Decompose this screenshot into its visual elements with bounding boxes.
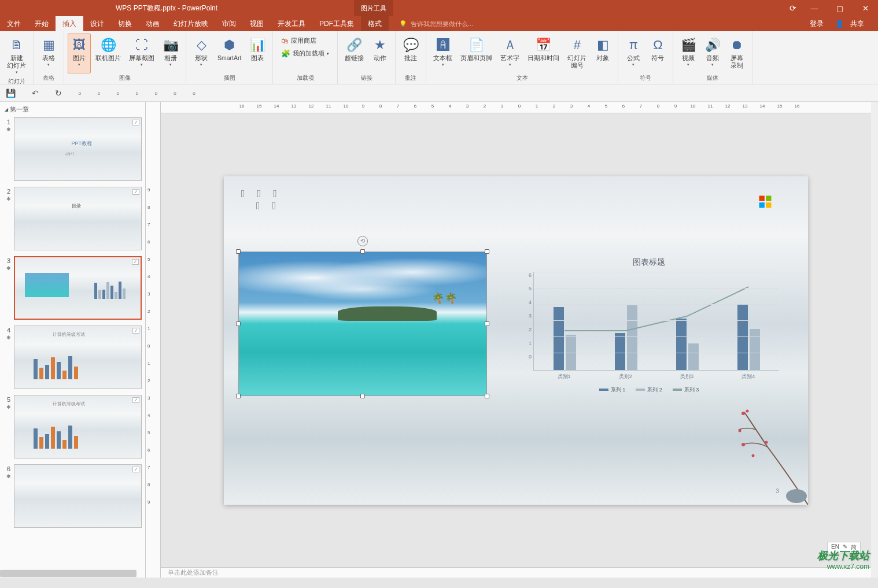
inserted-image[interactable]: 🌴🌴 ⟲ (238, 252, 487, 396)
group-label: 插图 (224, 73, 235, 83)
qat-icon-2[interactable]: ▫ (97, 88, 100, 98)
slide-number-button[interactable]: #幻灯片编号 (564, 34, 590, 73)
section-header[interactable]: ◢ 第一章 (0, 102, 145, 117)
rotate-handle[interactable]: ⟲ (357, 236, 368, 246)
video-button[interactable]: 🎬视频▾ (677, 34, 700, 73)
symbol-icon: Ω (650, 37, 666, 53)
quick-access-toolbar: 💾 ↶ ↻ ▫ ▫ ▫ ▫ ▫ ▫ ▫ (0, 84, 878, 102)
document-title: WPS PPT教程.pptx - PowerPoint (116, 3, 217, 13)
group-label: 媒体 (707, 73, 718, 83)
share-button[interactable]: 👤 共享 (831, 19, 873, 29)
date-time-button[interactable]: 📅日期和时间 (524, 34, 563, 73)
smartart-button[interactable]: ⬢SmartArt (214, 34, 245, 73)
thumb-collapse-icon[interactable]: ⤢ (132, 328, 139, 334)
picture-button[interactable]: 🖼图片▾ (68, 34, 91, 73)
vertical-scrollbar[interactable] (871, 102, 878, 578)
my-addins-button[interactable]: 🧩我的加载项 ▾ (278, 47, 333, 60)
tab-幻灯片放映[interactable]: 幻灯片放映 (167, 16, 215, 31)
resize-handle-tl[interactable] (236, 249, 241, 254)
qat-icon-7[interactable]: ▫ (193, 88, 195, 98)
slide-thumbnail-1[interactable]: ⤢PPT教程-PPT (14, 117, 142, 181)
qat-icon-1[interactable]: ▫ (78, 88, 81, 98)
group-label: 符号 (640, 73, 651, 83)
object-button[interactable]: ◧对象 (591, 34, 614, 73)
slide-thumbnail-2[interactable]: ⤢目录 (14, 187, 142, 250)
wordart-button[interactable]: Ａ艺术字▾ (497, 34, 523, 73)
audio-button[interactable]: 🔊音频▾ (701, 34, 724, 73)
equation-button[interactable]: π公式▾ (622, 34, 645, 73)
online-picture-button[interactable]: 🌐联机图片 (92, 34, 124, 73)
workspace: ◢ 第一章 1✱⤢PPT教程-PPT2✱⤢目录3✱⤢4✱⤢计算机等级考试5✱⤢计… (0, 102, 878, 578)
screen-record-button[interactable]: ⏺屏幕录制 (725, 34, 748, 73)
chart-object[interactable]: 图表标题 0123456 类别1类别2类别3类别4 系列 1系列 2系列 3 (519, 257, 779, 402)
hyperlink-button[interactable]: 🔗超链接 (341, 34, 367, 73)
store-button[interactable]: 🛍应用商店 (278, 35, 333, 47)
symbol-button[interactable]: Ω符号 (646, 34, 669, 73)
resize-handle-br[interactable] (485, 394, 489, 398)
qat-icon-6[interactable]: ▫ (174, 88, 176, 98)
thumb-scrollbar[interactable] (0, 569, 137, 578)
close-button[interactable]: ✕ (853, 0, 878, 16)
svg-point-2 (739, 429, 741, 432)
resize-handle-bm[interactable] (360, 394, 365, 398)
header-footer-icon: 📄 (468, 37, 485, 53)
tab-文件[interactable]: 文件 (0, 16, 28, 31)
resize-handle-tm[interactable] (360, 249, 365, 254)
tab-动画[interactable]: 动画 (139, 16, 167, 31)
shapes-button[interactable]: ◇形状▾ (190, 34, 213, 73)
title-bar: WPS PPT教程.pptx - PowerPoint 图片工具 ⟳ — ▢ ✕ (0, 0, 878, 16)
autosave-icon[interactable]: ⟳ (784, 0, 802, 16)
thumb-collapse-icon[interactable]: ⤢ (132, 189, 139, 195)
tab-开始[interactable]: 开始 (28, 16, 56, 31)
login-button[interactable]: 登录 (805, 19, 828, 29)
resize-handle-tr[interactable] (485, 249, 489, 254)
header-footer-button[interactable]: 📄页眉和页脚 (457, 34, 496, 73)
ime-status[interactable]: EN✎简 (827, 542, 861, 553)
svg-point-3 (741, 443, 745, 446)
screenshot-button[interactable]: ⛶屏幕截图▾ (126, 34, 158, 73)
minimize-button[interactable]: — (802, 0, 827, 16)
svg-point-0 (741, 412, 745, 415)
redo-icon[interactable]: ↻ (55, 88, 62, 98)
tab-format[interactable]: 格式 (361, 16, 389, 31)
slide-canvas[interactable]: 𓅮 𓅯 𓅰 𓅮 𓅯 🌴🌴 ⟲ (224, 176, 808, 505)
tab-开发工具[interactable]: 开发工具 (271, 16, 312, 31)
thumb-collapse-icon[interactable]: ⤢ (132, 259, 139, 265)
undo-icon[interactable]: ↶ (32, 88, 39, 98)
slide-thumbnail-6[interactable]: ⤢ (14, 464, 142, 528)
tab-审阅[interactable]: 审阅 (215, 16, 243, 31)
contextual-tab-label: 图片工具 (354, 0, 393, 16)
textbox-button[interactable]: 🅰文本框▾ (430, 34, 456, 73)
tab-插入[interactable]: 插入 (56, 16, 83, 31)
thumb-collapse-icon[interactable]: ⤢ (132, 467, 139, 472)
slide-thumbnail-5[interactable]: ⤢计算机等级考试 (14, 395, 142, 458)
table-button[interactable]: ▦表格▾ (37, 34, 60, 73)
action-button[interactable]: ★动作 (368, 34, 392, 73)
notes-pane[interactable]: 单击此处添加备注 (161, 567, 871, 578)
tab-视图[interactable]: 视图 (243, 16, 271, 31)
save-icon[interactable]: 💾 (6, 88, 16, 98)
group-label: 链接 (361, 73, 372, 83)
canvas-area[interactable]: 𓅮 𓅯 𓅰 𓅮 𓅯 🌴🌴 ⟲ (161, 113, 871, 567)
qat-icon-4[interactable]: ▫ (135, 88, 138, 98)
group-label: 表格 (43, 73, 54, 83)
resize-handle-ml[interactable] (236, 321, 241, 326)
qat-icon-5[interactable]: ▫ (154, 88, 157, 98)
tell-me-search[interactable]: 💡 告诉我您想要做什么... (399, 16, 473, 31)
resize-handle-mr[interactable] (485, 321, 489, 326)
chart-button[interactable]: 📊图表 (246, 34, 269, 73)
store-icon: 🛍 (281, 36, 289, 45)
maximize-button[interactable]: ▢ (827, 0, 853, 16)
new-slide-button[interactable]: 🗎新建幻灯片▾ (3, 34, 29, 77)
album-button[interactable]: 📷相册▾ (159, 34, 182, 73)
tab-切换[interactable]: 切换 (111, 16, 139, 31)
qat-icon-3[interactable]: ▫ (116, 88, 119, 98)
resize-handle-bl[interactable] (236, 394, 241, 398)
tab-PDF工具集[interactable]: PDF工具集 (312, 16, 361, 31)
slide-thumbnail-4[interactable]: ⤢计算机等级考试 (14, 326, 142, 389)
tab-设计[interactable]: 设计 (83, 16, 111, 31)
thumb-collapse-icon[interactable]: ⤢ (132, 120, 139, 125)
comment-button[interactable]: 💬批注 (399, 34, 422, 73)
thumb-collapse-icon[interactable]: ⤢ (132, 397, 139, 403)
slide-thumbnail-3[interactable]: ⤢ (14, 256, 142, 320)
